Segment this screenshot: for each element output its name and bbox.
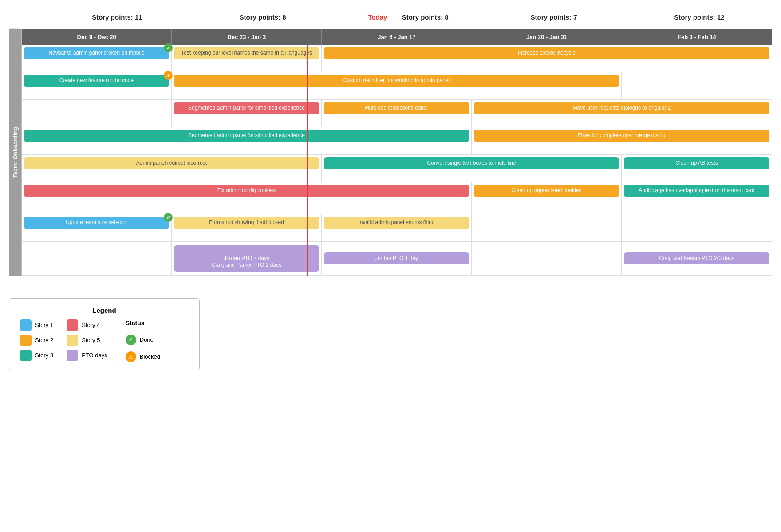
card-move-user[interactable]: Move user requests dialogue to angular 2 — [474, 102, 769, 114]
card-fix-admin-cookies[interactable]: Fix admin config cookies — [24, 185, 469, 197]
pto-card-jordan[interactable]: Jordan PTO 1 day — [324, 252, 469, 265]
legend-swatch-story2 — [20, 335, 32, 346]
gantt-row-3: Segmented admin panel for simplified exp… — [22, 100, 772, 127]
legend-pto-label: PTO days — [82, 352, 107, 359]
card-admin-redirect-text: Admin panel redirect incorrect — [136, 160, 207, 166]
card-increase-cookie[interactable]: Increase cookie lifecycle — [324, 47, 769, 59]
legend-status-title: Status — [126, 319, 160, 327]
legend-swatch-story5 — [67, 335, 78, 346]
date-col3: Jan 6 - Jan 17 — [322, 29, 472, 45]
legend-title: Legend — [20, 307, 189, 314]
legend-story4-label: Story 4 — [82, 322, 100, 328]
main-container: Story points: 11 Story points: 8 Today S… — [9, 9, 772, 370]
cell-5-5: Clean up AB tests — [622, 155, 772, 182]
sp-col3-val: Story points: 8 — [402, 13, 449, 21]
legend-story2: Story 2 — [20, 335, 53, 346]
date-col5: Feb 3 - Feb 14 — [622, 29, 772, 45]
team-label: Team: Onboarding — [9, 29, 21, 276]
legend-story3-label: Story 3 — [35, 352, 53, 359]
badge-blocked-1: ⚠ — [164, 71, 173, 80]
card-update-team-text: Update team size selector — [66, 219, 127, 225]
card-admin-redirect[interactable]: Admin panel redirect incorrect — [24, 157, 319, 169]
card-fixes-merge-text: Fixes for complete user merge dialog — [578, 132, 665, 138]
card-invalid-enums-text: Invalid admin panel enums firing — [358, 219, 434, 225]
card-forms-adblock-text: Forms not showing if adblocked — [209, 219, 284, 225]
legend-story3: Story 3 — [20, 350, 53, 361]
date-col2: Dec 23 - Jan 3 — [172, 29, 322, 45]
pto-cell-1 — [22, 242, 172, 275]
cell-3-2: Segmented admin panel for simplified exp… — [172, 100, 322, 127]
card-fix-admin-cookies-text: Fix admin config cookies — [217, 187, 276, 193]
pto-card-jordan-craig[interactable]: Jordan PTO 7 days Craig and Parker PTO 2… — [174, 245, 319, 272]
legend-story5-label: Story 5 — [82, 337, 100, 343]
card-navbar-text: Navbar to admin panel broken on mobile — [48, 50, 144, 56]
gantt-row-6: Fix admin config cookies Clean up deprec… — [22, 182, 772, 214]
sp-col5: Story points: 12 — [627, 9, 772, 25]
card-move-user-text: Move user requests dialogue to angular 2 — [573, 105, 671, 111]
badge-done-2: ✓ — [164, 213, 173, 222]
legend-swatch-story4 — [67, 319, 78, 331]
legend-story1-label: Story 1 — [35, 322, 53, 328]
cell-7-1: Update team size selector ✓ — [22, 214, 172, 241]
legend-blocked-icon: ⚠ — [126, 351, 136, 362]
card-increase-cookie-text: Increase cookie lifecycle — [518, 50, 576, 56]
gantt-row-5: Admin panel redirect incorrect Convert s… — [22, 155, 772, 182]
sp-col4: Story points: 7 — [481, 9, 627, 25]
cell-7-3: Invalid admin panel enums firing — [322, 214, 472, 241]
card-multidoc[interactable]: Multi-doc restrictions editor — [324, 102, 469, 114]
cell-7-5 — [622, 214, 772, 241]
cell-2-5 — [622, 72, 772, 99]
grid-inner: Dec 9 - Dec 20 Dec 23 - Jan 3 Jan 6 - Ja… — [21, 29, 772, 276]
pto-card-craig-kealan[interactable]: Craig and Kealan PTO 2-3 days — [624, 252, 769, 265]
gantt-rows: Navbar to admin panel broken on mobile ✓… — [22, 45, 772, 276]
card-convert-single[interactable]: Convert single text-boxes to multi-line — [324, 157, 619, 169]
card-clean-depr-text: Clean up depreciated cookies — [511, 187, 581, 193]
cell-2-2to4: Custom delimitter not working in admin p… — [172, 72, 622, 99]
card-fixes-merge[interactable]: Fixes for complete user merge dialog — [474, 130, 769, 142]
card-create-feature[interactable]: Create new feature model code ⚠ — [24, 75, 169, 87]
card-forms-adblock[interactable]: Forms not showing if adblocked — [174, 217, 319, 229]
legend-done: ✓ Done — [126, 335, 160, 345]
pto-row: Jordan PTO 7 days Craig and Parker PTO 2… — [22, 242, 772, 276]
cell-3-1 — [22, 100, 172, 127]
badge-done-1: ✓ — [164, 43, 173, 52]
cell-5-1to2: Admin panel redirect incorrect — [22, 155, 322, 182]
pto-cell-3: Jordan PTO 1 day — [322, 242, 472, 275]
card-clean-depr[interactable]: Clean up depreciated cookies — [474, 185, 619, 197]
card-test-keeping[interactable]: Test keeping our level names the same in… — [174, 47, 319, 59]
cell-7-2: Forms not showing if adblocked — [172, 214, 322, 241]
cell-1-2: Test keeping our level names the same in… — [172, 45, 322, 72]
card-update-team[interactable]: Update team size selector ✓ — [24, 217, 169, 229]
legend-blocked: ⚠ Blocked — [126, 351, 160, 362]
pto-jordan-craig-text: Jordan PTO 7 days Craig and Parker PTO 2… — [212, 255, 281, 268]
sp-col2: Story points: 8 — [190, 9, 335, 25]
sp-col3: Today Story points: 8 — [335, 9, 481, 25]
card-seg-admin-big-text: Segmented admin panel for simplified exp… — [188, 132, 305, 138]
card-custom-delim[interactable]: Custom delimitter not working in admin p… — [174, 75, 619, 87]
gantt-row-2: Create new feature model code ⚠ Custom d… — [22, 72, 772, 100]
legend-story2-label: Story 2 — [35, 337, 53, 343]
cell-1-1: Navbar to admin panel broken on mobile ✓ — [22, 45, 172, 72]
cell-6-4: Clean up depreciated cookies — [472, 182, 622, 214]
card-seg-admin-big[interactable]: Segmented admin panel for simplified exp… — [24, 130, 469, 142]
card-navbar[interactable]: Navbar to admin panel broken on mobile ✓ — [24, 47, 169, 59]
card-seg-admin-small[interactable]: Segmented admin panel for simplified exp… — [174, 102, 319, 114]
pto-cell-5: Craig and Kealan PTO 2-3 days — [622, 242, 772, 275]
cell-1-3to5: Increase cookie lifecycle — [322, 45, 772, 72]
grid-container: Team: Onboarding Dec 9 - Dec 20 Dec 23 -… — [9, 29, 772, 276]
card-invalid-enums[interactable]: Invalid admin panel enums firing — [324, 217, 469, 229]
cell-4-4to5: Fixes for complete user merge dialog — [472, 127, 772, 154]
legend-pto: PTO days — [67, 350, 107, 361]
legend-blocked-label: Blocked — [140, 353, 160, 360]
card-clean-ab-text: Clean up AB tests — [675, 160, 718, 166]
legend-swatch-story1 — [20, 319, 32, 331]
card-clean-ab[interactable]: Clean up AB tests — [624, 157, 769, 169]
card-test-keeping-text: Test keeping our level names the same in… — [181, 50, 312, 56]
card-custom-delim-text: Custom delimitter not working in admin p… — [343, 77, 450, 83]
legend-done-icon: ✓ — [126, 335, 136, 345]
pto-jordan-text: Jordan PTO 1 day — [375, 255, 418, 261]
card-audit-page-text: Audit page has overlapping text on the t… — [639, 187, 755, 193]
card-audit-page[interactable]: Audit page has overlapping text on the t… — [624, 185, 769, 197]
story-points-header: Story points: 11 Story points: 8 Today S… — [44, 9, 772, 25]
cell-5-3to4: Convert single text-boxes to multi-line — [322, 155, 622, 182]
